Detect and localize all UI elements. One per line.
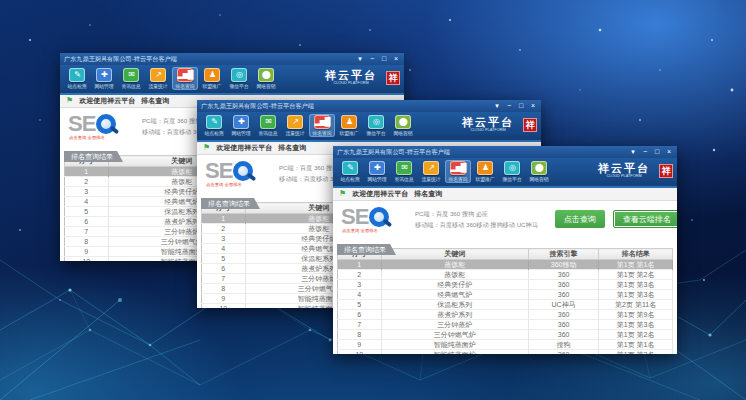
query-header: SE 点击查询 全面排名 PC端：百度 360 搜狗 必应 移动端：百度移动 3… — [333, 201, 677, 237]
toolbar-item-alliance-promo[interactable]: ♟联盟推广 — [199, 67, 225, 90]
seo-logo: SE 点击查询 全面排名 — [341, 205, 407, 237]
toolbar-item-rank-query[interactable]: ▂▅█排名查询 — [172, 67, 198, 90]
brand-text: 祥云平台 CLOUD PLATFORM — [592, 163, 656, 179]
flag-icon: ⚑ — [339, 189, 346, 199]
toolbar-item-site-manage[interactable]: ✚网站管理 — [364, 160, 390, 183]
wechat-platform-icon: ◎ — [231, 68, 247, 82]
tab-row: 排名查询结果 — [333, 237, 677, 248]
toolbar-item-label: 联盟推广 — [339, 130, 358, 134]
toolbar-item-news-info[interactable]: ✉资讯信息 — [255, 114, 281, 137]
cell-engine: 搜狗 — [528, 340, 598, 350]
close-icon[interactable]: × — [392, 54, 400, 64]
magnifier-icon — [96, 114, 116, 134]
cell-no: 8 — [202, 284, 246, 294]
query-button[interactable]: 点击查询 — [555, 210, 605, 228]
brand-name: 祥云平台 — [456, 117, 520, 128]
traffic-stats-icon: ↗ — [287, 115, 303, 129]
brand-text: 祥云平台 CLOUD PLATFORM — [456, 117, 520, 133]
toolbar-item-label: 排名查询 — [448, 176, 467, 180]
maximize-icon[interactable]: □ — [653, 147, 661, 157]
table-row[interactable]: 7三分钟蒸炉360第1页 第3名 — [338, 320, 673, 330]
table-row[interactable]: 2蒸饭柜360第1页 第2名 — [338, 270, 673, 280]
table-row[interactable]: 5保温柜系列UC神马第2页 第11名 — [338, 300, 673, 310]
toolbar-item-alliance-promo[interactable]: ♟联盟推广 — [472, 160, 498, 183]
toolbar-item-label: 微信平台 — [229, 83, 248, 87]
tab-rank-results[interactable]: 排名查询结果 — [201, 198, 260, 209]
magnifier-icon — [233, 161, 253, 181]
toolbar-item-site-manage[interactable]: ✚网站管理 — [91, 67, 117, 90]
tab-rank-results[interactable]: 排名查询结果 — [337, 244, 396, 255]
toolbar-item-alliance-promo[interactable]: ♟联盟推广 — [336, 114, 362, 137]
minimize-icon[interactable]: − — [641, 147, 649, 157]
skin-icon[interactable]: ▾ — [356, 54, 364, 64]
toolbar-item-network-marketing[interactable]: ⬤网络营销 — [526, 160, 552, 183]
toolbar-item-wechat-platform[interactable]: ◎微信平台 — [363, 114, 389, 137]
cell-rank: 第2页 第11名 — [599, 300, 673, 310]
brand-subtitle: CLOUD PLATFORM — [333, 81, 368, 84]
toolbar-item-site-check[interactable]: ✎站点检测 — [337, 160, 363, 183]
toolbar-item-traffic-stats[interactable]: ↗流量统计 — [282, 114, 308, 137]
toolbar-item-label: 联盟推广 — [475, 176, 494, 180]
skin-icon[interactable]: ▾ — [493, 101, 501, 111]
cell-no: 4 — [65, 197, 109, 207]
breadcrumb-page: 排名查询 — [278, 143, 306, 153]
table-row[interactable]: 4经典燃气炉360第1页 第3名 — [338, 290, 673, 300]
action-buttons: 点击查询 查看云端排名 — [555, 210, 677, 237]
toolbar-item-wechat-platform[interactable]: ◎微信平台 — [499, 160, 525, 183]
seo-logo-text: SE — [341, 205, 368, 228]
toolbar-item-news-info[interactable]: ✉资讯信息 — [118, 67, 144, 90]
toolbar-item-site-check[interactable]: ✎站点检测 — [201, 114, 227, 137]
toolbar-items: ✎站点检测✚网站管理✉资讯信息↗流量统计▂▅█排名查询♟联盟推广◎微信平台⬤网络… — [201, 114, 416, 137]
toolbar-item-label: 排名查询 — [175, 83, 194, 87]
close-icon[interactable]: × — [665, 147, 673, 157]
toolbar-item-rank-query[interactable]: ▂▅█排名查询 — [309, 114, 335, 137]
wechat-platform-icon: ◎ — [368, 115, 384, 129]
network-marketing-icon: ⬤ — [258, 68, 274, 82]
cell-no: 5 — [338, 300, 382, 310]
cell-no: 10 — [202, 304, 246, 309]
toolbar-item-rank-query[interactable]: ▂▅█排名查询 — [445, 160, 471, 183]
toolbar-item-label: 站点检测 — [340, 176, 359, 180]
skin-icon[interactable]: ▾ — [629, 147, 637, 157]
table-row[interactable]: 10智能纯蒸面炉360第1页 第3名 — [338, 350, 673, 355]
alliance-promo-icon: ♟ — [477, 161, 493, 175]
toolbar-item-label: 微信平台 — [502, 176, 521, 180]
cell-rank: 第1页 第1名 — [599, 260, 673, 270]
window-title: 广东九鼎王厨具有限公司-祥云平台客户端 — [337, 148, 450, 157]
table-row[interactable]: 9智能纯蒸面炉搜狗第1页 第1名 — [338, 340, 673, 350]
title-bar[interactable]: 广东九鼎王厨具有限公司-祥云平台客户端 ▾ − □ × — [197, 100, 541, 112]
title-bar[interactable]: 广东九鼎王厨具有限公司-祥云平台客户端 ▾ − □ × — [60, 53, 404, 65]
toolbar-item-traffic-stats[interactable]: ↗流量统计 — [145, 67, 171, 90]
cell-no: 7 — [202, 274, 246, 284]
toolbar-item-traffic-stats[interactable]: ↗流量统计 — [418, 160, 444, 183]
toolbar-item-network-marketing[interactable]: ⬤网络营销 — [390, 114, 416, 137]
title-bar[interactable]: 广东九鼎王厨具有限公司-祥云平台客户端 ▾ − □ × — [333, 146, 677, 158]
minimize-icon[interactable]: − — [505, 101, 513, 111]
column-header: 排名结果 — [599, 249, 673, 260]
cell-keyword: 三分钟蒸炉 — [381, 320, 528, 330]
cell-keyword: 蒸饭柜 — [381, 260, 528, 270]
toolbar-item-site-check[interactable]: ✎站点检测 — [64, 67, 90, 90]
tab-rank-results[interactable]: 排名查询结果 — [64, 151, 123, 162]
table-row[interactable]: 6蒸煮炉系列360第1页 第9名 — [338, 310, 673, 320]
minimize-icon[interactable]: − — [368, 54, 376, 64]
cell-keyword: 蒸饭柜 — [381, 270, 528, 280]
close-icon[interactable]: × — [529, 101, 537, 111]
maximize-icon[interactable]: □ — [380, 54, 388, 64]
toolbar-item-wechat-platform[interactable]: ◎微信平台 — [226, 67, 252, 90]
cell-keyword: 智能纯蒸面炉 — [381, 340, 528, 350]
view-cloud-rank-button[interactable]: 查看云端排名 — [613, 210, 677, 228]
maximize-icon[interactable]: □ — [517, 101, 525, 111]
rank-query-icon: ▂▅█ — [450, 161, 466, 175]
cell-rank: 第1页 第3名 — [599, 320, 673, 330]
toolbar-item-network-marketing[interactable]: ⬤网络营销 — [253, 67, 279, 90]
toolbar-item-news-info[interactable]: ✉资讯信息 — [391, 160, 417, 183]
table-row[interactable]: 3经典煲仔炉360第1页 第3名 — [338, 280, 673, 290]
table-row[interactable]: 8三分钟燃气炉360第1页 第2名 — [338, 330, 673, 340]
toolbar-item-site-manage[interactable]: ✚网站管理 — [228, 114, 254, 137]
cell-no: 9 — [338, 340, 382, 350]
cell-engine: UC神马 — [528, 300, 598, 310]
table-row[interactable]: 1蒸饭柜360移动第1页 第1名 — [338, 260, 673, 270]
toolbar-item-label: 联盟推广 — [202, 83, 221, 87]
cell-keyword: 三分钟燃气炉 — [381, 330, 528, 340]
